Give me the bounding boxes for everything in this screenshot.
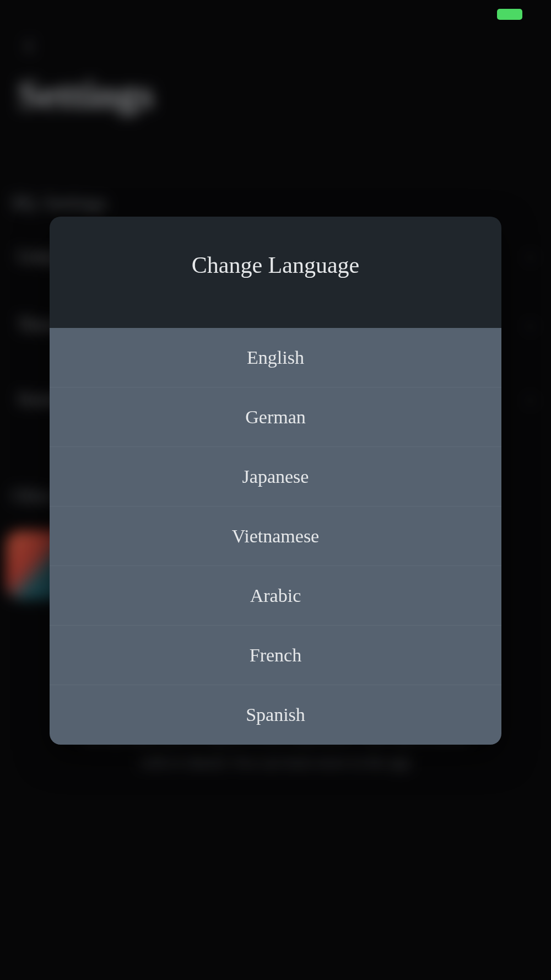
sheet-header: Change Language [50,217,501,328]
language-options: English German Japanese Vietnamese Arabi… [50,328,501,745]
language-option-english[interactable]: English [50,328,501,387]
language-option-vietnamese[interactable]: Vietnamese [50,507,501,566]
language-option-french[interactable]: French [50,626,501,685]
language-option-spanish[interactable]: Spanish [50,685,501,745]
change-language-sheet: Change Language English German Japanese … [50,217,501,745]
battery-icon [497,9,522,20]
language-option-japanese[interactable]: Japanese [50,447,501,507]
sheet-title: Change Language [61,252,490,278]
language-option-arabic[interactable]: Arabic [50,566,501,626]
language-option-german[interactable]: German [50,387,501,447]
modal-overlay[interactable]: Change Language English German Japanese … [0,0,551,980]
